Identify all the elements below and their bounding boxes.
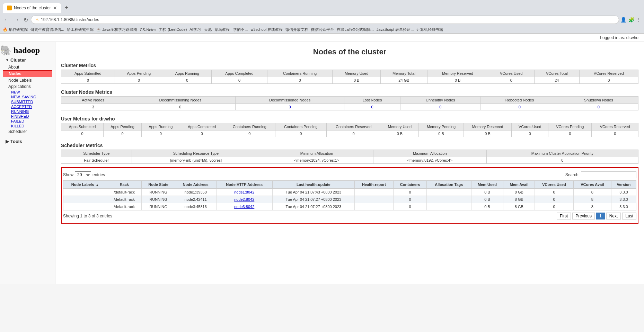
sidebar-item-applications[interactable]: Applications [3,83,52,90]
tab-favicon [7,6,12,10]
cm-vcores-reserved: 0 [579,77,638,84]
sidebar-sub-new[interactable]: NEW [3,90,52,95]
th-mem-used[interactable]: Mem Used [471,181,503,189]
th-node-labels[interactable]: Node Labels ▲ [63,181,107,189]
sidebar-item-scheduler[interactable]: Scheduler [3,128,52,135]
sidebar: 🐘 hadoop ▼ Cluster About Nodes Node Labe… [0,42,55,284]
sidebar-sub-finished[interactable]: FINISHED [3,114,52,119]
th-version[interactable]: Version [611,181,636,189]
next-page-button[interactable]: Next [606,213,621,219]
sidebar-item-node-labels[interactable]: Node Labels [3,77,52,83]
cell-http-address: node1:8042 [216,189,272,196]
cm-header-vcores-used: VCores Used [488,70,535,77]
cluster-section-title[interactable]: ▼ Cluster [3,56,52,64]
cell-version: 3.3.0 [611,203,636,210]
th-allocation-tags[interactable]: Allocation Tags [427,181,471,189]
bookmark-hgc[interactable]: 哈工程研究生院 [67,27,94,32]
new-tab-button[interactable]: + [61,2,72,14]
th-vcores-avail[interactable]: VCores Avail [573,181,611,189]
hadoop-logo-text: hadoop [14,46,40,55]
cluster-metrics-table: Apps Submitted Apps Pending Apps Running… [61,70,638,84]
um-header-apps-completed: Apps Completed [180,123,224,131]
cell-version: 3.3.0 [611,189,636,196]
bookmark-ai[interactable]: AI学习 - 天池 [189,27,212,32]
cnm-decommissioning: 0 [125,104,236,110]
tools-section-title[interactable]: ▶ Tools [3,137,52,145]
cell-mem-used: 0 B [471,189,503,196]
th-health-report[interactable]: Health-report [354,181,393,189]
show-entries: Show 20 50 100 entries [63,171,105,178]
um-containers-running: 0 [224,131,275,137]
entries-select[interactable]: 20 50 100 [75,171,91,178]
profile-icon[interactable]: 👤 [620,17,626,23]
settings-icon[interactable]: ⋮ [636,17,641,23]
th-containers[interactable]: Containers [393,181,426,189]
cnm-unhealthy: 0 [400,104,480,110]
bookmark-yangu[interactable]: 🔥 焰谷研究院 [3,27,28,32]
cm-header-apps-submitted: Apps Submitted [61,70,115,77]
cell-address: node2:42411 [175,196,216,203]
bookmark-weixin-pub[interactable]: 微信公众平台 [311,27,334,32]
tab-close-button[interactable]: ✕ [53,5,57,11]
bookmark-w3school[interactable]: w3school 在线教程 [250,27,283,32]
sidebar-item-nodes[interactable]: Nodes [3,70,52,77]
tab-bar: Nodes of the cluster ✕ + [0,0,644,14]
sidebar-sub-accepted[interactable]: ACCEPTED [3,104,52,109]
current-page-button[interactable]: 1 [596,213,605,219]
bookmark-java[interactable]: ☕ Java全栈学习路线图 [96,27,137,32]
cell-containers: 0 [393,196,426,203]
um-vcores-pending: 0 [548,131,591,137]
last-page-button[interactable]: Last [622,213,636,219]
th-node-state[interactable]: Node State [142,181,175,189]
address-bar[interactable]: ⚠ 192.168.1.1:8088/cluster/nodes [31,16,619,24]
search-input[interactable] [581,171,636,178]
table-row: /default-rack RUNNING node1:39350 node1:… [63,189,636,196]
sidebar-sub-running[interactable]: RUNNING [3,109,52,114]
sidebar-sub-submitted[interactable]: SUBMITTED [3,99,52,104]
back-button[interactable]: ← [3,16,11,24]
th-vcores-used[interactable]: VCores Used [535,181,573,189]
refresh-button[interactable]: ↻ [22,16,29,24]
bookmark-csnotes[interactable]: CS-Notes [140,28,157,32]
th-last-health[interactable]: Last health-update [272,181,354,189]
cm-header-apps-pending: Apps Pending [115,70,163,77]
bookmark-leetcode[interactable]: 力扣 (LeetCode) [159,27,187,32]
cell-state: RUNNING [142,189,175,196]
th-rack[interactable]: Rack [107,181,142,189]
cnm-decommissioned: 0 [236,104,344,110]
logged-in-text: Logged in as: dr.who [600,35,638,40]
bookmark-cs-books[interactable]: 计算机经典书籍 [416,27,443,32]
sort-arrow-icon: ▲ [96,183,99,187]
um-containers-pending: 0 [275,131,327,137]
forward-button[interactable]: → [12,16,21,24]
bookmark-yuansheng[interactable]: 研究生教育管理信... [30,27,64,32]
th-mem-avail[interactable]: Mem Avail [503,181,535,189]
bookmark-js[interactable]: JavaScript 表单验证... [377,27,414,32]
cell-mem-avail: 8 GB [503,203,535,210]
sidebar-sub-killed[interactable]: KILLED [3,124,52,128]
showing-text: Showing 1 to 3 of 3 entries [63,214,112,218]
th-http-address[interactable]: Node HTTP Address [216,181,272,189]
cell-state: RUNNING [142,196,175,203]
um-header-containers-reserved: Containers Reserved [326,123,381,131]
bookmark-runoob[interactable]: 菜鸟教程 - 学的不... [214,27,248,32]
cm-header-apps-completed: Apps Completed [211,70,267,77]
um-header-apps-submitted: Apps Submitted [61,123,104,131]
sidebar-sub-failed[interactable]: FAILED [3,119,52,124]
toolbar-icons: 👤 🧩 ⋮ [620,17,641,23]
first-page-button[interactable]: First [557,213,571,219]
cnm-rebooted: 0 [480,104,559,110]
cell-health-report [354,203,393,210]
extensions-icon[interactable]: 🧩 [628,17,634,23]
previous-page-button[interactable]: Previous [572,213,595,219]
th-node-address[interactable]: Node Address [175,181,216,189]
cell-state: RUNNING [142,203,175,210]
um-vcores-used: 0 [512,131,548,137]
cnm-header-shutdown: Shutdown Nodes [559,97,638,104]
active-tab[interactable]: Nodes of the cluster ✕ [3,3,61,13]
sm-max-alloc: <memory:8192, vCores:4> [373,157,486,164]
sidebar-item-about[interactable]: About [3,64,52,70]
sidebar-sub-new-saving[interactable]: NEW_SAVING [3,95,52,99]
bookmark-latex[interactable]: 在线LaTeX公式编辑... [337,27,373,32]
bookmark-weixin-docs[interactable]: 微信开放文档 [285,27,308,32]
